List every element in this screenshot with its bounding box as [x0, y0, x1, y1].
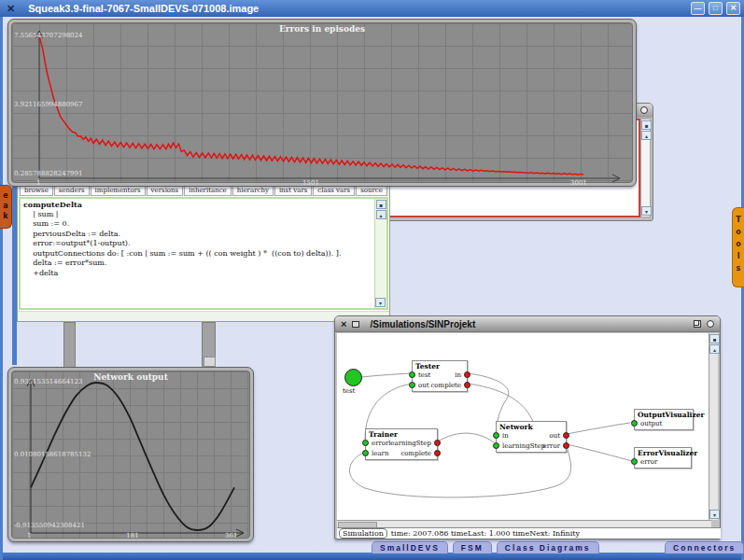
project-tab-fsm[interactable]: FSM [453, 541, 492, 553]
y-tick-label: 0.935153514664123 [14, 378, 82, 385]
close-icon[interactable]: ✕ [7, 0, 15, 17]
port-row: learncomplete [366, 449, 437, 459]
code-editor[interactable]: computeDelta | sum | sum := 0. perviousD… [19, 197, 388, 310]
squeak-flap-tab[interactable]: eak [0, 185, 12, 229]
scroll-down-icon[interactable]: ▾ [375, 298, 386, 307]
window-menu-icon[interactable] [640, 106, 648, 114]
source-node-test[interactable] [344, 369, 362, 386]
sinprojekt-titlebar[interactable]: × /Simulations/SINProjekt [335, 316, 720, 332]
connection-Trainer.learningStep-to-Network.learningStep [438, 433, 494, 442]
port-row: learningSteperror [497, 441, 566, 452]
port-row: error [635, 457, 691, 468]
input-port-dot[interactable] [493, 442, 499, 449]
block-title: Tester [413, 361, 467, 371]
scroll-up-icon[interactable]: ▴ [376, 210, 386, 219]
flap-letter: a [3, 201, 7, 211]
input-port-label: out [418, 382, 429, 390]
close-icon[interactable]: × [341, 318, 346, 329]
code-text[interactable]: computeDelta | sum | sum := 0. perviousD… [23, 200, 372, 307]
connection-test-to-Tester.test [361, 373, 410, 377]
window-control-buttons: —□✕ [691, 2, 740, 15]
y-tick-label: 7.556543707298024 [14, 32, 82, 39]
input-port-dot[interactable] [409, 382, 415, 388]
devs-block-network[interactable]: NetworkinoutlearningSteperror [496, 421, 567, 453]
devs-block-tester[interactable]: Testertestinoutcomplete [412, 360, 468, 392]
minimize-button[interactable]: — [691, 2, 705, 15]
scroll-menu-icon[interactable]: ▪ [376, 200, 386, 209]
close-button[interactable]: ✕ [726, 2, 740, 15]
devs-block-outputvisualizer[interactable]: OutputVisualizeroutput [634, 409, 694, 430]
simulation-menu-button[interactable]: Simulation [339, 528, 387, 539]
scroll-up-icon[interactable]: ▴ [709, 344, 720, 354]
expand-icon[interactable] [694, 320, 701, 328]
horizontal-scrollbar[interactable] [337, 520, 711, 527]
output-port-label: complete [430, 382, 461, 390]
flap-letter: e [3, 190, 7, 201]
x-tick-label: 1501 [297, 179, 325, 187]
scroll-menu-icon[interactable]: ▪ [709, 334, 720, 343]
axes [35, 31, 620, 182]
window-frame-left [0, 17, 3, 560]
project-tab-connectors[interactable]: Connectors [665, 541, 744, 553]
tools-flap-tab[interactable]: Tools [732, 207, 744, 287]
simulation-status-bar: Simulation time: 2007.086 timeLast: 1.00… [337, 527, 721, 539]
scroll-down-icon[interactable]: ▾ [709, 510, 720, 519]
connection-Network.error-to-ErrorVisualizer.error [567, 444, 632, 461]
output-port-dot[interactable] [434, 440, 441, 446]
input-port-dot[interactable] [631, 420, 638, 427]
code-scrollbar[interactable]: ▪ ▴ ▾ [374, 199, 386, 308]
x-tick-label: 3001 [570, 179, 587, 187]
devs-network-canvas[interactable]: testTestertestinoutcompleteTrainererrorl… [337, 333, 711, 520]
output-port-label: learningStep [388, 440, 431, 448]
sinprojekt-window: × /Simulations/SINProjekt testTestertest… [334, 315, 721, 539]
restore-button[interactable]: □ [709, 2, 723, 15]
project-tab-class-diagrams[interactable]: Class Diagrams [497, 541, 599, 553]
vertical-scrollbar[interactable]: ▪ ▴ ▾ [709, 333, 718, 520]
collapse-icon[interactable] [352, 321, 359, 328]
x-tick-label: 361 [225, 532, 237, 539]
y-tick-label: -0.913550942308421 [14, 522, 85, 529]
project-tab-smalldevs[interactable]: SmallDEVS [372, 541, 448, 553]
output-port-dot[interactable] [464, 371, 470, 378]
input-port-dot[interactable] [493, 432, 499, 439]
y-tick-label: 0.01080158618785132 [14, 451, 91, 458]
network-output-chart-window[interactable]: Network output 0.935153514664123 0.01080… [7, 367, 254, 542]
output-port-dot[interactable] [563, 442, 569, 449]
main-titlebar[interactable]: ✕ Squeak3.9-final-7067-SmallDEVS-071008.… [0, 0, 744, 17]
scroll-down-icon[interactable]: ▾ [641, 206, 652, 216]
input-port-label: learningStep [502, 442, 545, 451]
flap-letter: k [3, 211, 7, 221]
output-port-label: complete [400, 450, 431, 458]
main-window-title: Squeak3.9-final-7067-SmallDEVS-071008.im… [28, 0, 259, 17]
devs-block-trainer[interactable]: TrainererrorlearningSteplearncomplete [365, 428, 438, 460]
code-line: | sum | [23, 210, 372, 220]
code-line: +delta [23, 269, 372, 279]
devs-block-errorvisualizer[interactable]: ErrorVisualizererror [634, 447, 692, 469]
output-port-dot[interactable] [434, 450, 441, 456]
window-frame-bottom [0, 553, 744, 560]
x-tick-label: 1 [27, 532, 31, 539]
simulation-time-text: time: 2007.086 timeLast: 1.000 timeNext:… [391, 529, 580, 538]
input-port-dot[interactable] [362, 450, 369, 456]
scroll-menu-icon[interactable]: ▪ [641, 120, 652, 130]
code-line: perviousDelta := delta. [23, 230, 372, 240]
sinprojekt-title: /Simulations/SINProjekt [370, 319, 475, 329]
input-port-dot[interactable] [631, 458, 638, 465]
port-row: output [635, 419, 693, 429]
input-port-label: output [640, 420, 662, 428]
input-port-dot[interactable] [409, 371, 415, 378]
code-line: sum := 0. [23, 219, 372, 230]
errors-chart-window[interactable]: Errors in episodes 7.556543707298024 3.9… [7, 19, 637, 187]
window-menu-icon[interactable] [707, 320, 714, 328]
input-port-label: in [502, 432, 509, 441]
input-port-dot[interactable] [362, 440, 369, 446]
scroll-up-icon[interactable]: ▴ [641, 131, 652, 140]
input-port-label: learn [372, 450, 388, 458]
output-port-dot[interactable] [563, 432, 569, 439]
output-port-dot[interactable] [464, 382, 470, 388]
text-window-scrollbar[interactable]: ▪ ▴ ▾ [640, 119, 651, 217]
x-tick-label: 181 [119, 532, 147, 539]
port-row: errorlearningStep [366, 439, 437, 449]
project-tab-bar: SmallDEVSFSMClass Diagrams [372, 541, 599, 553]
error-curve [39, 36, 583, 175]
